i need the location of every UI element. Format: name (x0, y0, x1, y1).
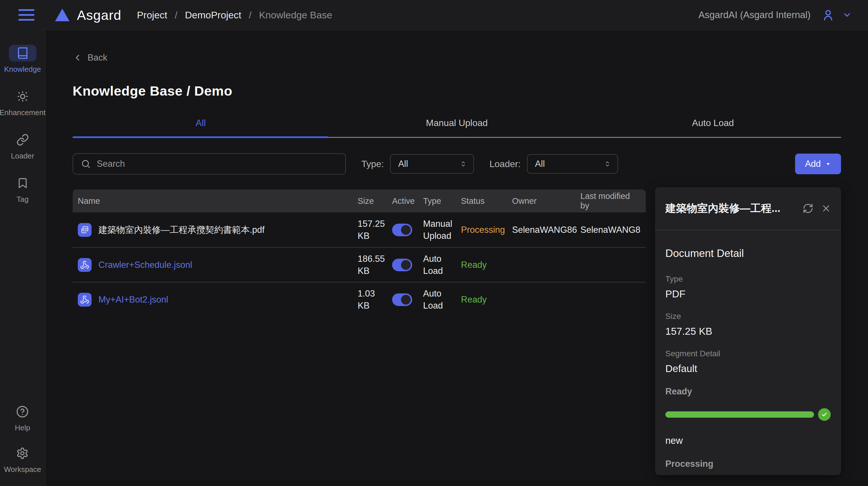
active-toggle[interactable] (392, 259, 412, 271)
search-input[interactable] (97, 159, 338, 169)
sidebar-item-knowledge[interactable]: Knowledge (4, 45, 41, 74)
search-icon (81, 159, 91, 169)
loader-select-value: All (535, 159, 545, 169)
file-size: 186.55 KB (358, 253, 392, 277)
brand-name: Asgard (77, 7, 121, 23)
status-text: Processing (461, 225, 512, 235)
sidebar-item-label: Loader (11, 152, 34, 160)
table-row[interactable]: Crawler+Schedule.jsonl 186.55 KB Auto Lo… (73, 247, 646, 282)
panel-title: 建築物室內裝修—工程... (665, 201, 803, 216)
sidebar-item-workspace[interactable]: Workspace (4, 445, 41, 474)
back-label: Back (88, 53, 107, 63)
breadcrumb-item-project[interactable]: Project (137, 9, 167, 21)
bookmark-icon (9, 175, 36, 191)
sidebar: Knowledge Enhancement Loader Tag Help (0, 30, 45, 486)
brand: Asgard (55, 7, 121, 23)
caret-down-icon (825, 161, 831, 167)
sidebar-item-enhancement[interactable]: Enhancement (0, 88, 45, 117)
search-box[interactable] (73, 153, 346, 175)
svg-text:PDF: PDF (84, 227, 88, 230)
breadcrumb-separator: / (249, 9, 251, 21)
documents-table: Name Size Active Type Status Owner Last … (73, 189, 646, 316)
status-note: new (665, 435, 831, 446)
breadcrumb-separator: / (175, 9, 177, 21)
sidebar-item-label: Tag (17, 195, 29, 204)
active-toggle[interactable] (392, 293, 412, 306)
panel-body: Document Detail Type PDF Size 157.25 KB … (655, 230, 841, 475)
field-label-segment-detail: Segment Detail (665, 349, 831, 358)
type-select[interactable]: All (390, 154, 474, 174)
column-header-status: Status (461, 196, 512, 206)
column-header-type: Type (423, 196, 461, 206)
tab-all[interactable]: All (73, 118, 329, 137)
ready-progress (665, 408, 831, 421)
field-value-segment-detail: Default (665, 363, 831, 374)
breadcrumb: Project / DemoProject / Knowledge Base (137, 9, 332, 21)
tab-manual-upload[interactable]: Manual Upload (329, 118, 585, 137)
jsonl-file-icon (78, 293, 92, 307)
sidebar-item-loader[interactable]: Loader (9, 131, 36, 160)
file-name-link[interactable]: My+AI+Bot2.jsonl (98, 295, 168, 305)
brand-triangle-icon (55, 9, 69, 21)
book-icon (9, 45, 36, 61)
table-row[interactable]: My+AI+Bot2.jsonl 1.03 KB Auto Load Ready (73, 282, 646, 316)
page-title: Knowledge Base / Demo (73, 83, 841, 99)
gear-icon (9, 445, 36, 462)
topbar-account[interactable]: AsgardAI (Asgard Internal) (699, 8, 852, 22)
table-row[interactable]: PDF 建築物室內裝修—工程承攬契約書範本.pdf 157.25 KB Manu… (73, 212, 646, 247)
upload-type: Auto Load (423, 253, 461, 277)
sidebar-item-label: Knowledge (4, 65, 41, 74)
tab-bar: All Manual Upload Auto Load (73, 118, 841, 138)
pdf-file-icon: PDF (78, 223, 92, 237)
sun-icon (9, 88, 36, 105)
sidebar-item-label: Enhancement (0, 108, 45, 117)
close-icon[interactable] (821, 203, 831, 214)
topbar: Asgard Project / DemoProject / Knowledge… (0, 0, 868, 30)
file-size: 1.03 KB (358, 287, 392, 312)
column-header-size: Size (358, 196, 392, 206)
chevrons-up-down-icon (603, 160, 611, 168)
loader-filter-label: Loader: (489, 159, 521, 170)
owner: SelenaWANG86 (512, 225, 580, 235)
breadcrumb-item-knowledge-base: Knowledge Base (259, 9, 332, 21)
type-filter-label: Type: (361, 159, 384, 170)
file-name-link[interactable]: Crawler+Schedule.jsonl (98, 260, 192, 270)
add-button[interactable]: Add (795, 154, 841, 174)
ready-stage-label: Ready (665, 386, 831, 397)
sidebar-item-label: Workspace (4, 465, 41, 474)
back-button[interactable]: Back (73, 53, 107, 63)
column-header-active: Active (392, 196, 423, 206)
jsonl-file-icon (78, 258, 92, 272)
panel-section-title: Document Detail (665, 247, 831, 260)
sidebar-item-help[interactable]: Help (9, 403, 36, 432)
help-circle-icon (9, 403, 36, 420)
status-text: Ready (461, 260, 512, 270)
filter-row: Type: All Loader: All Add (73, 153, 841, 175)
link-icon (9, 131, 36, 148)
upload-type: Manual Upload (423, 218, 461, 242)
active-toggle[interactable] (392, 224, 412, 236)
sidebar-item-tag[interactable]: Tag (9, 175, 36, 204)
user-icon[interactable] (822, 8, 835, 22)
ready-progress-track (665, 412, 814, 418)
hamburger-menu-icon[interactable] (19, 9, 34, 21)
ready-progress-fill (665, 412, 814, 418)
account-name: AsgardAI (Asgard Internal) (699, 9, 811, 20)
column-header-last-modified-by: Last modified by (580, 191, 641, 210)
tab-auto-load[interactable]: Auto Load (585, 118, 841, 137)
status-text: Ready (461, 295, 512, 305)
field-label-size: Size (665, 312, 831, 321)
field-value-size: 157.25 KB (665, 326, 831, 337)
refresh-icon[interactable] (803, 203, 813, 214)
breadcrumb-item-demoproject[interactable]: DemoProject (185, 9, 241, 21)
file-name: 建築物室內裝修—工程承攬契約書範本.pdf (98, 224, 265, 236)
sidebar-item-label: Help (15, 423, 30, 432)
processing-stage-label: Processing (665, 459, 831, 469)
loader-select[interactable]: All (527, 154, 618, 174)
chevron-down-icon[interactable] (842, 10, 852, 20)
chevrons-up-down-icon (460, 160, 467, 168)
add-button-label: Add (805, 159, 820, 169)
last-modified-by: SelenaWANG86 (580, 225, 641, 235)
field-label-type: Type (665, 274, 831, 284)
document-detail-panel: 建築物室內裝修—工程... Document Detail Type PDF S… (655, 187, 841, 475)
